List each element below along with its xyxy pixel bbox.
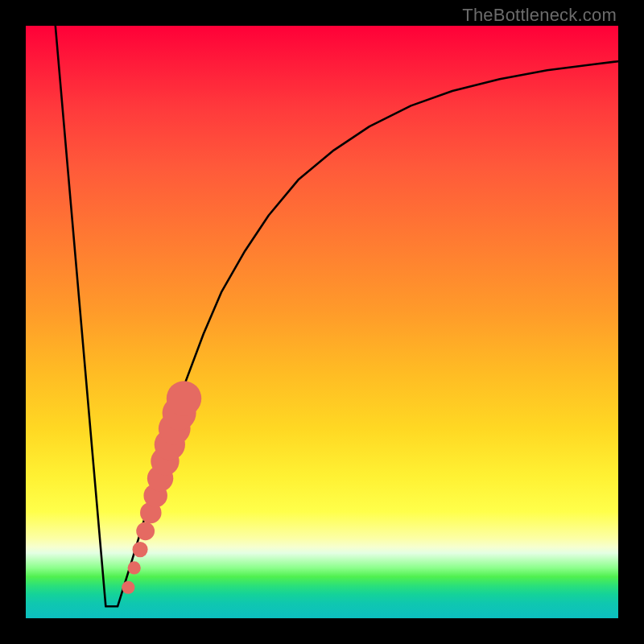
marker-dot — [132, 542, 147, 557]
marker-dot — [128, 561, 141, 574]
watermark-text: TheBottleneck.com — [462, 5, 617, 26]
marker-dot — [167, 381, 201, 415]
marker-dot — [136, 522, 155, 540]
plot-area — [26, 26, 618, 618]
marker-dots — [122, 381, 201, 594]
marker-dot — [122, 581, 134, 594]
marker-layer — [26, 26, 618, 618]
chart-frame: TheBottleneck.com — [0, 0, 644, 644]
